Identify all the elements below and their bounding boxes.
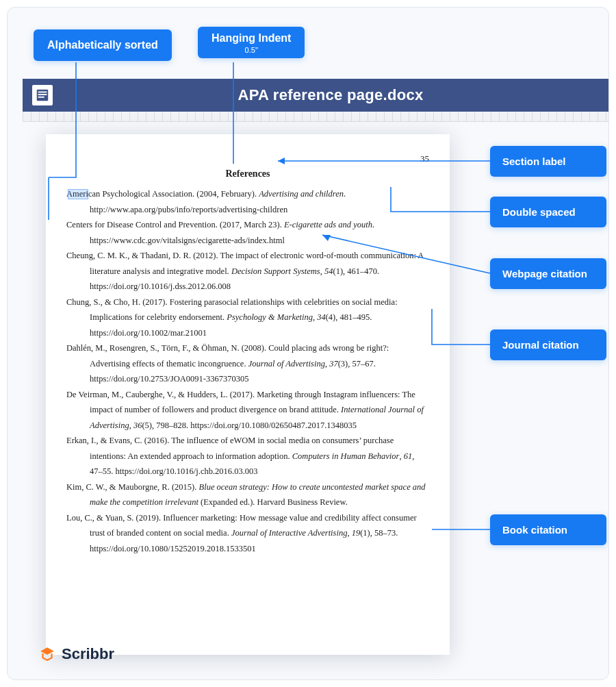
label-journal-citation: Journal citation: [490, 329, 606, 360]
reference-entry: Kim, C. W., & Mauborgne, R. (2015). Blue…: [66, 479, 429, 510]
svg-rect-2: [38, 94, 47, 95]
word-titlebar: APA reference page.docx: [23, 79, 608, 112]
diagram-frame: Alphabetically sorted Hanging Indent 0.5…: [7, 7, 609, 680]
label-section: Section label: [490, 146, 606, 177]
document-filename: APA reference page.docx: [53, 86, 608, 104]
scribbr-wordmark: Scribbr: [62, 645, 114, 663]
scribbr-icon: [38, 645, 56, 663]
svg-rect-1: [38, 92, 47, 93]
word-doc-icon: [32, 85, 53, 105]
reference-entry: Cheung, C. M. K., & Thadani, D. R. (2012…: [66, 248, 429, 295]
document-page: 35 References American Psychological Ass…: [46, 134, 450, 655]
reference-entry: Dahlén, M., Rosengren, S., Törn, F., & Ö…: [66, 340, 429, 387]
references-heading: References: [66, 168, 429, 179]
page-number: 35: [66, 153, 429, 164]
label-double-spaced: Double spaced: [490, 197, 606, 227]
label-alphabetical: Alphabetically sorted: [34, 29, 172, 61]
label-hanging-indent-title: Hanging Indent: [211, 32, 291, 44]
reference-entry: Centers for Disease Control and Preventi…: [66, 217, 429, 248]
label-book-citation: Book citation: [490, 514, 606, 545]
label-hanging-indent-sub: 0.5": [211, 46, 291, 54]
label-hanging-indent: Hanging Indent 0.5": [198, 27, 305, 58]
svg-rect-3: [38, 97, 44, 98]
reference-list: American Psychological Association. (200…: [66, 186, 429, 556]
hanging-indent-highlight: [68, 189, 88, 199]
reference-entry: Lou, C., & Yuan, S. (2019). Influencer m…: [66, 510, 429, 557]
reference-entry: American Psychological Association. (200…: [66, 186, 429, 217]
reference-entry: De Veirman, M., Cauberghe, V., & Hudders…: [66, 387, 429, 434]
reference-entry: Chung, S., & Cho, H. (2017). Fostering p…: [66, 295, 429, 341]
reference-entry: Erkan, I., & Evans, C. (2016). The influ…: [66, 433, 429, 479]
label-webpage-citation: Webpage citation: [490, 258, 606, 289]
ruler: [23, 112, 608, 122]
scribbr-logo: Scribbr: [38, 645, 114, 663]
